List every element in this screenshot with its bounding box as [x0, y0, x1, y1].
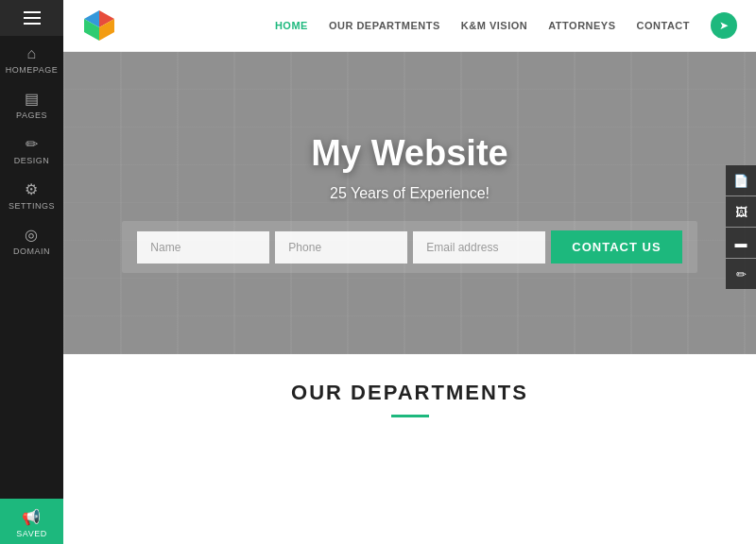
- departments-section: OUR DEPARTMENTS: [63, 354, 756, 544]
- sidebar: ⌂ HOMEPAGE ▤ PAGES ✏ DESIGN ⚙ SeTtinGs ◎…: [0, 0, 63, 544]
- name-input[interactable]: [137, 231, 269, 264]
- domain-icon: ◎: [25, 226, 39, 244]
- right-tool-edit[interactable]: ✏: [726, 259, 756, 289]
- sidebar-label-saved: Saved: [16, 529, 46, 538]
- contact-us-button[interactable]: CONTACT US: [551, 230, 681, 264]
- departments-title: OUR DEPARTMENTS: [291, 381, 528, 405]
- nav-links: HOME OUR DEPARTMENTS K&M VISION ATTORNEY…: [275, 12, 737, 39]
- right-tool-doc[interactable]: 📄: [726, 165, 756, 196]
- hero-subtitle: 25 Years of Experience!: [330, 185, 490, 202]
- sidebar-item-domain[interactable]: ◎ DOMAIN: [0, 216, 63, 262]
- sidebar-menu-button[interactable]: [0, 0, 63, 36]
- nav-contact[interactable]: CONTACT: [637, 20, 690, 31]
- sidebar-item-saved[interactable]: 📢 Saved: [0, 499, 63, 544]
- hero-title: My Website: [311, 133, 507, 174]
- hero-content: My Website 25 Years of Experience! CONTA…: [63, 52, 756, 354]
- home-icon: ⌂: [26, 45, 36, 62]
- top-navigation: HOME OUR DEPARTMENTS K&M VISION ATTORNEY…: [63, 0, 756, 52]
- section-underline: [391, 415, 429, 417]
- sidebar-label-homepage: HOMEPAGE: [6, 65, 58, 75]
- sidebar-item-homepage[interactable]: ⌂ HOMEPAGE: [0, 36, 63, 80]
- sidebar-label-pages: PAGES: [16, 110, 47, 120]
- phone-input[interactable]: [275, 231, 407, 264]
- sidebar-item-design[interactable]: ✏ DESIGN: [0, 126, 63, 171]
- hero-form: CONTACT US: [122, 221, 696, 273]
- nav-departments[interactable]: OUR DEPARTMENTS: [329, 20, 440, 31]
- sidebar-label-design: DESIGN: [14, 156, 50, 165]
- nav-kmvision[interactable]: K&M VISION: [461, 20, 527, 31]
- settings-icon: ⚙: [25, 180, 39, 198]
- logo-cube-icon: [82, 8, 116, 42]
- sidebar-label-domain: DOMAIN: [13, 246, 50, 256]
- saved-icon: 📢: [22, 508, 42, 526]
- right-tool-video[interactable]: ▬: [726, 228, 756, 258]
- sidebar-item-settings[interactable]: ⚙ SeTtinGs: [0, 171, 63, 216]
- hamburger-icon: [24, 11, 41, 25]
- sidebar-label-settings: SeTtinGs: [9, 201, 55, 211]
- right-toolbar: 📄 🖼 ▬ ✏: [726, 165, 756, 290]
- nav-home[interactable]: HOME: [275, 20, 308, 31]
- logo: [82, 8, 120, 42]
- sidebar-item-pages[interactable]: ▤ PAGES: [0, 80, 63, 126]
- right-tool-image[interactable]: 🖼: [726, 196, 756, 227]
- nav-attorneys[interactable]: ATTORNEYS: [548, 20, 615, 31]
- location-icon[interactable]: ➤: [711, 12, 737, 39]
- hero-section: 📄 🖼 ▬ ✏ My Website 25 Years of Experienc…: [63, 52, 756, 354]
- email-input[interactable]: [413, 231, 545, 264]
- main-content: HOME OUR DEPARTMENTS K&M VISION ATTORNEY…: [63, 0, 756, 544]
- design-icon: ✏: [26, 135, 39, 153]
- pages-icon: ▤: [25, 90, 40, 108]
